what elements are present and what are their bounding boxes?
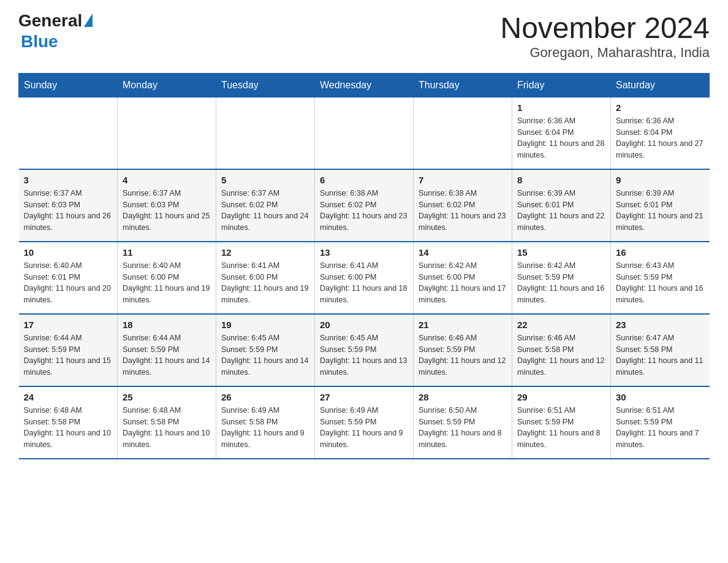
day-info: Sunrise: 6:42 AMSunset: 6:00 PMDaylight:… (419, 260, 507, 306)
calendar-cell: 10Sunrise: 6:40 AMSunset: 6:01 PMDayligh… (19, 242, 118, 314)
calendar-cell: 20Sunrise: 6:45 AMSunset: 5:59 PMDayligh… (315, 314, 414, 386)
calendar-body: 1Sunrise: 6:36 AMSunset: 6:04 PMDaylight… (19, 97, 710, 459)
day-number: 15 (517, 247, 605, 258)
day-info: Sunrise: 6:49 AMSunset: 5:59 PMDaylight:… (320, 405, 408, 451)
calendar-cell: 1Sunrise: 6:36 AMSunset: 6:04 PMDaylight… (512, 97, 611, 169)
day-number: 4 (123, 175, 211, 185)
calendar-week-3: 10Sunrise: 6:40 AMSunset: 6:01 PMDayligh… (19, 242, 710, 314)
day-number: 25 (123, 392, 211, 402)
day-info: Sunrise: 6:37 AMSunset: 6:03 PMDaylight:… (24, 188, 113, 234)
calendar-cell: 12Sunrise: 6:41 AMSunset: 6:00 PMDayligh… (216, 242, 315, 314)
calendar-cell: 30Sunrise: 6:51 AMSunset: 5:59 PMDayligh… (611, 386, 710, 459)
day-number: 16 (616, 247, 705, 258)
col-friday: Friday (512, 73, 611, 97)
calendar-cell: 22Sunrise: 6:46 AMSunset: 5:58 PMDayligh… (512, 314, 611, 386)
calendar-cell: 19Sunrise: 6:45 AMSunset: 5:59 PMDayligh… (216, 314, 315, 386)
day-info: Sunrise: 6:37 AMSunset: 6:03 PMDaylight:… (123, 188, 211, 234)
page-subtitle: Goregaon, Maharashtra, India (500, 45, 710, 61)
day-info: Sunrise: 6:38 AMSunset: 6:02 PMDaylight:… (419, 188, 507, 234)
calendar-cell: 6Sunrise: 6:38 AMSunset: 6:02 PMDaylight… (315, 169, 414, 242)
calendar-header: Sunday Monday Tuesday Wednesday Thursday… (19, 73, 710, 97)
day-info: Sunrise: 6:42 AMSunset: 5:59 PMDaylight:… (517, 260, 605, 306)
day-number: 5 (221, 175, 309, 185)
calendar-cell: 15Sunrise: 6:42 AMSunset: 5:59 PMDayligh… (512, 242, 611, 314)
day-number: 29 (517, 392, 605, 402)
logo: General Blue (18, 12, 93, 52)
day-number: 24 (24, 392, 113, 402)
day-info: Sunrise: 6:51 AMSunset: 5:59 PMDaylight:… (616, 405, 705, 451)
col-sunday: Sunday (19, 73, 118, 97)
header-row: Sunday Monday Tuesday Wednesday Thursday… (19, 73, 710, 97)
day-info: Sunrise: 6:43 AMSunset: 5:59 PMDaylight:… (616, 260, 705, 306)
calendar-cell: 28Sunrise: 6:50 AMSunset: 5:59 PMDayligh… (414, 386, 512, 459)
day-info: Sunrise: 6:41 AMSunset: 6:00 PMDaylight:… (320, 260, 408, 306)
day-number: 7 (419, 175, 507, 185)
calendar-cell: 25Sunrise: 6:48 AMSunset: 5:58 PMDayligh… (118, 386, 216, 459)
day-number: 30 (616, 392, 705, 402)
day-info: Sunrise: 6:46 AMSunset: 5:59 PMDaylight:… (419, 332, 507, 378)
calendar-week-1: 1Sunrise: 6:36 AMSunset: 6:04 PMDaylight… (19, 97, 710, 169)
day-number: 21 (419, 320, 507, 330)
calendar-cell: 16Sunrise: 6:43 AMSunset: 5:59 PMDayligh… (611, 242, 710, 314)
day-number: 13 (320, 247, 408, 258)
day-info: Sunrise: 6:36 AMSunset: 6:04 PMDaylight:… (517, 115, 605, 161)
calendar-cell: 13Sunrise: 6:41 AMSunset: 6:00 PMDayligh… (315, 242, 414, 314)
calendar-week-2: 3Sunrise: 6:37 AMSunset: 6:03 PMDaylight… (19, 169, 710, 242)
calendar-cell (19, 97, 118, 169)
calendar-cell: 18Sunrise: 6:44 AMSunset: 5:59 PMDayligh… (118, 314, 216, 386)
day-info: Sunrise: 6:46 AMSunset: 5:58 PMDaylight:… (517, 332, 605, 378)
day-info: Sunrise: 6:40 AMSunset: 6:00 PMDaylight:… (123, 260, 211, 306)
calendar-cell: 3Sunrise: 6:37 AMSunset: 6:03 PMDaylight… (19, 169, 118, 242)
page-title: November 2024 (500, 12, 710, 45)
title-block: November 2024 Goregaon, Maharashtra, Ind… (500, 12, 710, 61)
calendar-cell: 7Sunrise: 6:38 AMSunset: 6:02 PMDaylight… (414, 169, 512, 242)
day-number: 28 (419, 392, 507, 402)
day-number: 14 (419, 247, 507, 258)
day-number: 17 (24, 320, 113, 330)
day-info: Sunrise: 6:44 AMSunset: 5:59 PMDaylight:… (24, 332, 113, 378)
day-number: 23 (616, 320, 705, 330)
day-number: 1 (517, 102, 605, 113)
calendar-cell: 9Sunrise: 6:39 AMSunset: 6:01 PMDaylight… (611, 169, 710, 242)
calendar-cell: 11Sunrise: 6:40 AMSunset: 6:00 PMDayligh… (118, 242, 216, 314)
col-thursday: Thursday (414, 73, 512, 97)
day-number: 26 (221, 392, 309, 402)
day-number: 20 (320, 320, 408, 330)
day-info: Sunrise: 6:45 AMSunset: 5:59 PMDaylight:… (320, 332, 408, 378)
calendar-cell (216, 97, 315, 169)
calendar-week-4: 17Sunrise: 6:44 AMSunset: 5:59 PMDayligh… (19, 314, 710, 386)
calendar-cell: 21Sunrise: 6:46 AMSunset: 5:59 PMDayligh… (414, 314, 512, 386)
col-wednesday: Wednesday (315, 73, 414, 97)
day-number: 27 (320, 392, 408, 402)
col-monday: Monday (118, 73, 216, 97)
calendar-cell (118, 97, 216, 169)
day-number: 19 (221, 320, 309, 330)
calendar-cell: 4Sunrise: 6:37 AMSunset: 6:03 PMDaylight… (118, 169, 216, 242)
day-info: Sunrise: 6:47 AMSunset: 5:58 PMDaylight:… (616, 332, 705, 378)
col-saturday: Saturday (611, 73, 710, 97)
calendar-cell: 5Sunrise: 6:37 AMSunset: 6:02 PMDaylight… (216, 169, 315, 242)
day-number: 10 (24, 247, 113, 258)
day-info: Sunrise: 6:39 AMSunset: 6:01 PMDaylight:… (616, 188, 705, 234)
day-number: 8 (517, 175, 605, 185)
col-tuesday: Tuesday (216, 73, 315, 97)
day-info: Sunrise: 6:48 AMSunset: 5:58 PMDaylight:… (24, 405, 113, 451)
day-info: Sunrise: 6:36 AMSunset: 6:04 PMDaylight:… (616, 115, 705, 161)
page-header: General Blue November 2024 Goregaon, Mah… (18, 12, 710, 61)
day-info: Sunrise: 6:38 AMSunset: 6:02 PMDaylight:… (320, 188, 408, 234)
calendar-week-5: 24Sunrise: 6:48 AMSunset: 5:58 PMDayligh… (19, 386, 710, 459)
day-info: Sunrise: 6:44 AMSunset: 5:59 PMDaylight:… (123, 332, 211, 378)
calendar-cell: 17Sunrise: 6:44 AMSunset: 5:59 PMDayligh… (19, 314, 118, 386)
calendar-cell (414, 97, 512, 169)
day-info: Sunrise: 6:48 AMSunset: 5:58 PMDaylight:… (123, 405, 211, 451)
calendar-cell: 26Sunrise: 6:49 AMSunset: 5:58 PMDayligh… (216, 386, 315, 459)
day-info: Sunrise: 6:45 AMSunset: 5:59 PMDaylight:… (221, 332, 309, 378)
calendar-cell: 2Sunrise: 6:36 AMSunset: 6:04 PMDaylight… (611, 97, 710, 169)
day-info: Sunrise: 6:37 AMSunset: 6:02 PMDaylight:… (221, 188, 309, 234)
calendar-cell: 8Sunrise: 6:39 AMSunset: 6:01 PMDaylight… (512, 169, 611, 242)
day-info: Sunrise: 6:49 AMSunset: 5:58 PMDaylight:… (221, 405, 309, 451)
day-info: Sunrise: 6:41 AMSunset: 6:00 PMDaylight:… (221, 260, 309, 306)
day-number: 2 (616, 102, 705, 113)
calendar-table: Sunday Monday Tuesday Wednesday Thursday… (18, 73, 710, 459)
calendar-cell: 27Sunrise: 6:49 AMSunset: 5:59 PMDayligh… (315, 386, 414, 459)
